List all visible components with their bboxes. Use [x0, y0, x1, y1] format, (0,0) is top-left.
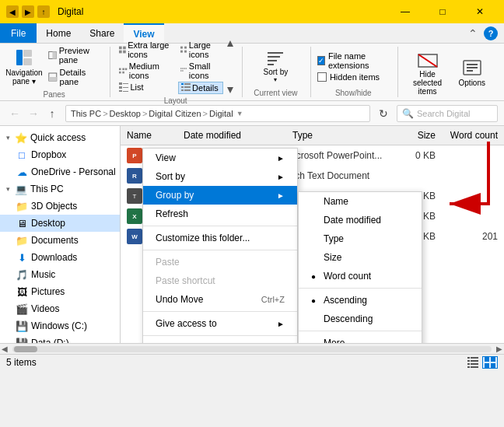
tab-home[interactable]: Home [37, 23, 80, 43]
sidebar: ▾ ⭐ Quick access □ Dropbox ☁ OneDrive - … [0, 126, 121, 343]
tab-file[interactable]: File [0, 23, 37, 43]
details-pane-label: Details pane [60, 68, 100, 86]
sub-word-count[interactable]: ● Word count [299, 267, 422, 285]
col-header-words[interactable]: Word count [442, 128, 504, 142]
ctx-view[interactable]: View ► [143, 149, 297, 167]
navigation-pane-label: Navigation [5, 68, 42, 77]
sidebar-item-windows-c[interactable]: 💾 Windows (C:) [0, 317, 120, 334]
svg-rect-9 [119, 50, 122, 53]
ribbon-tabs: File Home Share View ⌃ ? [0, 23, 504, 44]
up-button[interactable]: ↑ [44, 105, 61, 122]
up-icon[interactable]: ↑ [37, 5, 50, 18]
back-button[interactable]: ← [6, 105, 23, 122]
horizontal-scrollbar[interactable]: ◀ ▶ [0, 343, 504, 354]
music-icon: 🎵 [16, 268, 28, 281]
ctx-new[interactable]: New ► [143, 338, 297, 343]
list-btn[interactable]: List [117, 82, 177, 93]
svg-rect-24 [180, 50, 183, 52]
sub-size[interactable]: Size [299, 248, 422, 267]
ctx-group-by[interactable]: Group by ► [143, 186, 297, 205]
path-dropdown-icon[interactable]: ▼ [236, 110, 243, 117]
ctx-paste-shortcut[interactable]: Paste shortcut [143, 271, 297, 290]
back-icon[interactable]: ◀ [6, 5, 19, 18]
col-header-size[interactable]: Size [395, 128, 442, 142]
svg-rect-12 [123, 68, 125, 70]
ctx-customize[interactable]: Customize this folder... [143, 229, 297, 247]
show-hide-group: ✓ File name extensions Hidden items Show… [317, 47, 398, 97]
col-header-name[interactable]: Name [121, 128, 177, 142]
panes-group: Navigation pane ▾ Preview pane Details p… [6, 47, 110, 97]
svg-rect-29 [186, 68, 187, 68]
path-this-pc[interactable]: This PC [71, 109, 101, 118]
hide-selected-button[interactable]: Hide selected items [404, 47, 451, 97]
close-button[interactable]: ✕ [462, 0, 498, 23]
sidebar-item-onedrive[interactable]: ☁ OneDrive - Personal [0, 163, 120, 180]
large-icons-view-button[interactable] [482, 356, 498, 369]
ctx-sort-by[interactable]: Sort by ► [143, 167, 297, 186]
sort-by-button[interactable]: Sort by ▾ [249, 47, 303, 85]
refresh-button[interactable]: ↻ [375, 105, 392, 122]
sub-name[interactable]: Name [299, 192, 422, 211]
sidebar-item-documents[interactable]: 📁 Documents [0, 232, 120, 249]
address-path[interactable]: This PC > Desktop > Digital Citizen > Di… [65, 105, 370, 122]
this-pc-label: This PC [30, 184, 64, 194]
sub-descending-label: Descending [324, 313, 373, 324]
path-desktop[interactable]: Desktop [110, 109, 141, 118]
svg-rect-61 [485, 363, 489, 368]
hidden-items-checkbox[interactable]: Hidden items [317, 72, 390, 82]
path-digital-citizen[interactable]: Digital Citizen [149, 109, 201, 118]
sidebar-item-desktop[interactable]: 🖥 Desktop [0, 215, 120, 232]
search-box[interactable]: 🔍 Search Digital [397, 105, 498, 122]
maximize-button[interactable]: □ [425, 0, 460, 23]
desktop-icon: 🖥 [16, 217, 28, 229]
sidebar-item-dropbox[interactable]: □ Dropbox [0, 146, 120, 163]
sidebar-item-data-d[interactable]: 💾 Data (D:) [0, 334, 120, 343]
ctx-paste[interactable]: Paste [143, 253, 297, 271]
sub-descending[interactable]: Descending [299, 310, 422, 328]
ribbon-collapse-icon[interactable]: ⌃ [468, 27, 478, 40]
sidebar-item-3d-objects[interactable]: 📁 3D Objects [0, 198, 120, 215]
ctx-paste-shortcut-label: Paste shortcut [156, 275, 215, 286]
small-icons-btn[interactable]: Small icons [178, 61, 223, 81]
large-icons-btn[interactable]: Large icons [178, 40, 223, 60]
sidebar-item-videos[interactable]: 🎬 Videos [0, 300, 120, 317]
minimize-button[interactable]: — [387, 0, 423, 23]
sidebar-item-pictures[interactable]: 🖼 Pictures [0, 283, 120, 300]
svg-rect-54 [471, 360, 478, 362]
file-name-ext-label: File name extensions [328, 51, 390, 70]
svg-rect-58 [471, 366, 478, 368]
nav-arrows: ← → ↑ [6, 105, 61, 122]
preview-pane-button[interactable]: Preview pane [45, 45, 102, 65]
svg-rect-13 [125, 68, 128, 70]
col-header-date[interactable]: Date modified [177, 128, 286, 142]
help-icon[interactable]: ? [484, 26, 498, 40]
navigation-pane-button[interactable]: Navigation pane ▾ [6, 45, 42, 87]
details-view-button[interactable] [465, 356, 481, 369]
ctx-sort-arrow-icon: ► [277, 173, 285, 181]
forward-button[interactable]: → [25, 105, 42, 122]
sub-more[interactable]: More... [299, 334, 422, 343]
ctx-refresh[interactable]: Refresh [143, 205, 297, 223]
sidebar-item-music[interactable]: 🎵 Music [0, 266, 120, 283]
path-digital[interactable]: Digital [209, 109, 233, 118]
sub-type[interactable]: Type [299, 229, 422, 248]
medium-icons-btn[interactable]: Medium icons [117, 61, 177, 81]
sidebar-item-downloads[interactable]: ⬇ Downloads [0, 249, 120, 266]
ctx-give-access[interactable]: Give access to ► [143, 314, 297, 333]
sub-date-modified[interactable]: Date modified [299, 211, 422, 229]
details-pane-button[interactable]: Details pane [45, 67, 102, 87]
forward-icon[interactable]: ▶ [22, 5, 34, 18]
options-button[interactable]: Options [457, 55, 487, 89]
sidebar-item-this-pc[interactable]: ▾ 💻 This PC [0, 180, 120, 198]
file-name-extensions-checkbox[interactable]: ✓ File name extensions [317, 51, 390, 70]
scrollbar-thumb[interactable] [14, 346, 37, 352]
sub-ascending[interactable]: ● Ascending [299, 291, 422, 310]
extra-large-icons-btn[interactable]: Extra large icons [117, 40, 177, 60]
svg-rect-23 [184, 46, 187, 48]
ctx-undo-move[interactable]: Undo Move Ctrl+Z [143, 290, 297, 309]
svg-rect-52 [471, 357, 478, 359]
sidebar-item-quick-access[interactable]: ▾ ⭐ Quick access [0, 129, 120, 146]
svg-rect-28 [184, 68, 184, 68]
details-btn[interactable]: Details [178, 82, 223, 94]
col-header-type[interactable]: Type [286, 128, 395, 142]
